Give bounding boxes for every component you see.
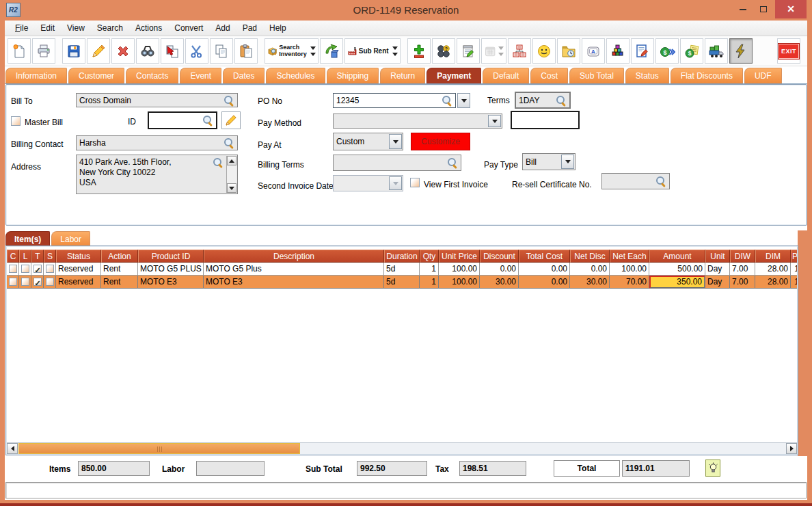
search-icon[interactable] [442,95,452,106]
row-checkbox[interactable] [21,278,29,286]
table-cell[interactable]: 100.00 [439,263,480,276]
row-checkbox[interactable] [9,265,17,273]
lightning-button[interactable] [729,38,753,64]
col-header-pr[interactable]: Pr [791,250,797,263]
table-cell[interactable]: 0.00 [570,263,610,276]
col-header-unit-price[interactable]: Unit Price [439,250,480,263]
bill-to-field[interactable]: Cross Domain [76,93,238,107]
search-inventory-dropdown[interactable] [310,46,316,56]
col-header-product-id[interactable]: Product ID [138,250,204,263]
menu-item-add[interactable]: Add [209,21,236,36]
menu-item-pad[interactable]: Pad [236,21,263,36]
delete-button[interactable] [111,38,135,64]
terms-field[interactable]: 1DAY [515,92,571,109]
scroll-down-icon[interactable] [227,183,236,193]
menu-item-help[interactable]: Help [263,21,293,36]
col-header-duration[interactable]: Duration [384,250,420,263]
find-button[interactable] [136,38,159,64]
paste-button[interactable] [234,38,258,64]
table-cell[interactable]: 1 [791,276,797,289]
table-cell[interactable]: 30.00 [570,276,610,289]
table-cell[interactable]: 28.00 [755,263,791,276]
scroll-up-icon[interactable] [227,156,236,165]
scroll-right-icon[interactable] [786,443,797,454]
col-header-l[interactable]: L [19,250,31,263]
po-no-field[interactable]: 12345 [333,93,456,108]
tab-information[interactable]: Information [5,68,67,83]
hint-bulb-button[interactable] [705,460,720,477]
menu-item-actions[interactable]: Actions [129,21,168,36]
print-button[interactable] [32,38,55,64]
edit-button[interactable] [87,38,110,64]
resell-cert-field[interactable] [601,173,670,189]
menu-item-convert[interactable]: Convert [168,21,209,36]
billing-terms-field[interactable] [333,155,461,171]
table-cell[interactable]: 0.00 [519,276,570,289]
tab-flat-discounts[interactable]: Flat Discounts [671,68,743,83]
money-forward-button[interactable]: $ [655,38,679,64]
close-button[interactable]: ✕ [775,0,807,18]
menu-item-edit[interactable]: Edit [34,21,61,36]
tab-contacts[interactable]: Contacts [126,68,178,83]
pay-method-dropdown[interactable] [488,115,501,127]
col-header-t[interactable]: T [31,250,44,263]
customize-button[interactable]: Customize [411,133,470,150]
folder-time-button[interactable] [557,38,580,64]
table-cell[interactable]: 1 [420,276,439,289]
row-checkbox-cell[interactable] [44,276,56,289]
add-remove-button[interactable] [407,38,431,64]
tab-event[interactable]: Event [180,68,221,83]
money-note-button[interactable]: $ [680,38,703,64]
pay-method-extra-field[interactable] [511,111,580,129]
address-field[interactable]: 410 Park Ave. 15th Floor, New York City … [76,155,238,194]
table-cell[interactable]: 1 [791,263,797,276]
table-row[interactable]: ReservedRentMOTO E3MOTO E35d1100.0030.00… [7,276,797,289]
table-cell[interactable]: 500.00 [649,263,705,276]
table-cell[interactable]: 5d [384,276,420,289]
view-first-invoice-checkbox[interactable] [410,178,420,187]
tab-payment[interactable]: Payment [427,68,481,83]
table-cell[interactable]: 100.00 [439,276,480,289]
po-no-dropdown[interactable] [457,93,470,108]
search-icon[interactable] [224,95,234,106]
keyboard-key-button[interactable]: A [582,38,605,64]
row-checkbox-cell[interactable] [31,276,44,289]
table-cell[interactable]: Day [705,276,730,289]
table-cell[interactable]: 100.00 [610,263,649,276]
col-header-net-disc[interactable]: Net Disc [570,250,610,263]
col-header-unit[interactable]: Unit [705,250,730,263]
col-header-diw[interactable]: DIW [730,250,755,263]
pay-at-dropdown[interactable] [389,134,402,149]
pay-method-combo[interactable] [333,114,502,129]
minimize-button[interactable] [733,0,753,18]
tab-shipping[interactable]: Shipping [327,68,379,83]
tab-return[interactable]: Return [380,68,425,83]
table-cell[interactable]: 0.00 [519,263,570,276]
truck-button[interactable] [705,38,728,64]
tab-default[interactable]: Default [483,68,529,83]
row-checkbox[interactable] [46,265,54,273]
tab-status[interactable]: Status [625,68,669,83]
table-cell[interactable]: 7.00 [730,263,755,276]
row-checkbox-cell[interactable] [19,276,31,289]
sub-rent-button[interactable]: Sub Rent [344,38,401,64]
exit-button[interactable]: EXIT [777,38,800,64]
save-button[interactable] [62,38,85,64]
table-cell[interactable]: Rent [101,276,138,289]
convert-3d-button[interactable] [320,38,343,64]
search-inventory-button[interactable]: SearchInventory [265,38,319,64]
tab-cost[interactable]: Cost [530,68,568,83]
group-query-button[interactable]: ? [432,38,455,64]
scroll-left-icon[interactable] [7,443,18,454]
row-checkbox-cell[interactable] [31,263,44,276]
items-tab-item-s-[interactable]: Item(s) [5,231,50,246]
col-header-s[interactable]: S [44,250,56,263]
col-header-action[interactable]: Action [101,250,138,263]
col-header-description[interactable]: Description [204,250,384,263]
table-cell[interactable]: MOTO G5 Plus [204,263,384,276]
menu-item-search[interactable]: Search [91,21,129,36]
col-header-amount[interactable]: Amount [649,250,705,263]
search-icon[interactable] [655,176,666,187]
col-header-discount[interactable]: Discount [480,250,519,263]
sub-rent-dropdown[interactable] [392,46,398,56]
